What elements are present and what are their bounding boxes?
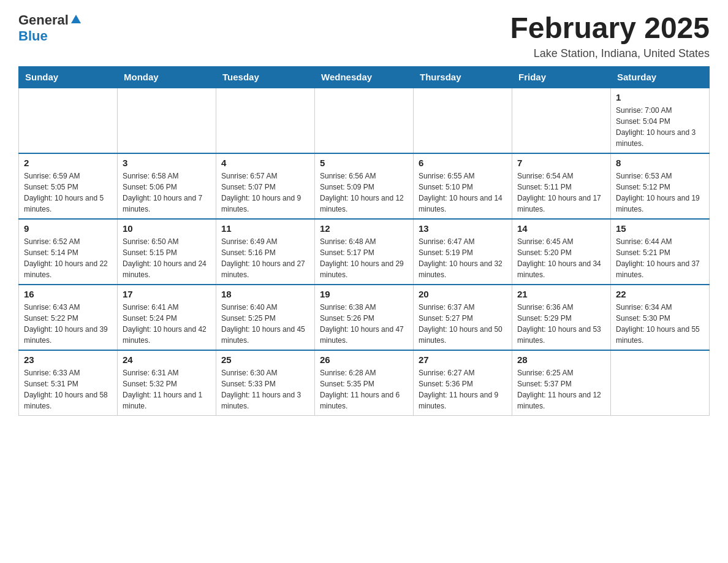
header-friday: Friday — [512, 66, 611, 88]
header-thursday: Thursday — [414, 66, 512, 88]
day-info: Sunrise: 6:50 AMSunset: 5:15 PMDaylight:… — [123, 236, 211, 280]
logo: General Blue — [18, 12, 82, 44]
calendar-day-cell: 9Sunrise: 6:52 AMSunset: 5:14 PMDaylight… — [19, 219, 118, 285]
day-number: 22 — [616, 289, 704, 299]
calendar-day-cell: 10Sunrise: 6:50 AMSunset: 5:15 PMDayligh… — [118, 219, 216, 285]
day-number: 5 — [320, 158, 408, 168]
day-info: Sunrise: 6:59 AMSunset: 5:05 PMDaylight:… — [24, 170, 112, 215]
calendar-day-cell: 4Sunrise: 6:57 AMSunset: 5:07 PMDaylight… — [216, 153, 315, 219]
calendar-day-cell: 27Sunrise: 6:27 AMSunset: 5:36 PMDayligh… — [414, 350, 512, 416]
calendar-week-row: 16Sunrise: 6:43 AMSunset: 5:22 PMDayligh… — [19, 285, 710, 350]
day-info: Sunrise: 6:54 AMSunset: 5:11 PMDaylight:… — [517, 170, 605, 215]
day-info: Sunrise: 6:28 AMSunset: 5:35 PMDaylight:… — [320, 367, 408, 412]
header-sunday: Sunday — [19, 66, 118, 88]
day-info: Sunrise: 6:44 AMSunset: 5:21 PMDaylight:… — [616, 236, 704, 280]
day-info: Sunrise: 6:31 AMSunset: 5:32 PMDaylight:… — [123, 367, 211, 412]
day-number: 24 — [123, 354, 211, 365]
logo-blue-text: Blue — [18, 28, 48, 44]
day-info: Sunrise: 6:25 AMSunset: 5:37 PMDaylight:… — [517, 367, 605, 412]
calendar-day-cell: 16Sunrise: 6:43 AMSunset: 5:22 PMDayligh… — [19, 285, 118, 350]
calendar-day-cell: 2Sunrise: 6:59 AMSunset: 5:05 PMDaylight… — [19, 153, 118, 219]
day-number: 27 — [419, 354, 507, 365]
day-number: 23 — [24, 354, 112, 365]
day-number: 7 — [517, 158, 605, 168]
day-info: Sunrise: 6:56 AMSunset: 5:09 PMDaylight:… — [320, 170, 408, 215]
day-number: 21 — [517, 289, 605, 299]
day-number: 17 — [123, 289, 211, 299]
calendar-day-cell — [512, 88, 611, 153]
day-info: Sunrise: 6:37 AMSunset: 5:27 PMDaylight:… — [419, 302, 507, 346]
calendar-day-cell: 28Sunrise: 6:25 AMSunset: 5:37 PMDayligh… — [512, 350, 611, 416]
calendar-week-row: 23Sunrise: 6:33 AMSunset: 5:31 PMDayligh… — [19, 350, 710, 416]
calendar-day-cell: 12Sunrise: 6:48 AMSunset: 5:17 PMDayligh… — [315, 219, 414, 285]
day-number: 12 — [320, 223, 408, 234]
calendar-day-cell — [118, 88, 216, 153]
day-info: Sunrise: 6:47 AMSunset: 5:19 PMDaylight:… — [419, 236, 507, 280]
calendar-day-cell: 6Sunrise: 6:55 AMSunset: 5:10 PMDaylight… — [414, 153, 512, 219]
day-number: 11 — [221, 223, 309, 234]
calendar-day-cell — [315, 88, 414, 153]
day-number: 20 — [419, 289, 507, 299]
day-number: 8 — [616, 158, 704, 168]
calendar-day-cell: 20Sunrise: 6:37 AMSunset: 5:27 PMDayligh… — [414, 285, 512, 350]
location-subtitle: Lake Station, Indiana, United States — [510, 47, 710, 60]
calendar-header-row: Sunday Monday Tuesday Wednesday Thursday… — [19, 66, 710, 88]
day-number: 15 — [616, 223, 704, 234]
calendar-day-cell: 17Sunrise: 6:41 AMSunset: 5:24 PMDayligh… — [118, 285, 216, 350]
calendar-day-cell: 3Sunrise: 6:58 AMSunset: 5:06 PMDaylight… — [118, 153, 216, 219]
calendar-day-cell: 18Sunrise: 6:40 AMSunset: 5:25 PMDayligh… — [216, 285, 315, 350]
calendar-day-cell: 14Sunrise: 6:45 AMSunset: 5:20 PMDayligh… — [512, 219, 611, 285]
day-number: 16 — [24, 289, 112, 299]
day-info: Sunrise: 6:45 AMSunset: 5:20 PMDaylight:… — [517, 236, 605, 280]
logo-triangle-icon — [70, 13, 82, 27]
day-number: 3 — [123, 158, 211, 168]
day-info: Sunrise: 6:27 AMSunset: 5:36 PMDaylight:… — [419, 367, 507, 412]
day-number: 13 — [419, 223, 507, 234]
day-number: 4 — [221, 158, 309, 168]
day-number: 2 — [24, 158, 112, 168]
title-block: February 2025 Lake Station, Indiana, Uni… — [510, 12, 710, 60]
calendar-table: Sunday Monday Tuesday Wednesday Thursday… — [18, 66, 710, 416]
day-info: Sunrise: 6:43 AMSunset: 5:22 PMDaylight:… — [24, 302, 112, 346]
day-number: 25 — [221, 354, 309, 365]
calendar-week-row: 9Sunrise: 6:52 AMSunset: 5:14 PMDaylight… — [19, 219, 710, 285]
header-wednesday: Wednesday — [315, 66, 414, 88]
logo-general-text: General — [18, 12, 69, 28]
calendar-day-cell — [216, 88, 315, 153]
day-info: Sunrise: 6:40 AMSunset: 5:25 PMDaylight:… — [221, 302, 309, 346]
calendar-week-row: 2Sunrise: 6:59 AMSunset: 5:05 PMDaylight… — [19, 153, 710, 219]
calendar-week-row: 1Sunrise: 7:00 AMSunset: 5:04 PMDaylight… — [19, 88, 710, 153]
calendar-day-cell: 19Sunrise: 6:38 AMSunset: 5:26 PMDayligh… — [315, 285, 414, 350]
calendar-day-cell: 7Sunrise: 6:54 AMSunset: 5:11 PMDaylight… — [512, 153, 611, 219]
header-saturday: Saturday — [611, 66, 710, 88]
day-info: Sunrise: 6:58 AMSunset: 5:06 PMDaylight:… — [123, 170, 211, 215]
day-info: Sunrise: 6:41 AMSunset: 5:24 PMDaylight:… — [123, 302, 211, 346]
day-info: Sunrise: 6:38 AMSunset: 5:26 PMDaylight:… — [320, 302, 408, 346]
calendar-day-cell: 5Sunrise: 6:56 AMSunset: 5:09 PMDaylight… — [315, 153, 414, 219]
header-monday: Monday — [118, 66, 216, 88]
day-number: 9 — [24, 223, 112, 234]
day-info: Sunrise: 6:33 AMSunset: 5:31 PMDaylight:… — [24, 367, 112, 412]
day-number: 26 — [320, 354, 408, 365]
day-info: Sunrise: 6:36 AMSunset: 5:29 PMDaylight:… — [517, 302, 605, 346]
day-info: Sunrise: 6:52 AMSunset: 5:14 PMDaylight:… — [24, 236, 112, 280]
svg-marker-0 — [71, 15, 81, 23]
day-info: Sunrise: 6:57 AMSunset: 5:07 PMDaylight:… — [221, 170, 309, 215]
day-number: 10 — [123, 223, 211, 234]
calendar-day-cell: 21Sunrise: 6:36 AMSunset: 5:29 PMDayligh… — [512, 285, 611, 350]
day-info: Sunrise: 7:00 AMSunset: 5:04 PMDaylight:… — [616, 105, 704, 149]
day-info: Sunrise: 6:48 AMSunset: 5:17 PMDaylight:… — [320, 236, 408, 280]
calendar-day-cell: 11Sunrise: 6:49 AMSunset: 5:16 PMDayligh… — [216, 219, 315, 285]
day-info: Sunrise: 6:34 AMSunset: 5:30 PMDaylight:… — [616, 302, 704, 346]
page-header: General Blue February 2025 Lake Station,… — [18, 12, 710, 60]
day-number: 1 — [616, 92, 704, 102]
calendar-day-cell: 24Sunrise: 6:31 AMSunset: 5:32 PMDayligh… — [118, 350, 216, 416]
month-title: February 2025 — [510, 12, 710, 45]
calendar-day-cell: 1Sunrise: 7:00 AMSunset: 5:04 PMDaylight… — [611, 88, 710, 153]
day-info: Sunrise: 6:49 AMSunset: 5:16 PMDaylight:… — [221, 236, 309, 280]
calendar-day-cell: 15Sunrise: 6:44 AMSunset: 5:21 PMDayligh… — [611, 219, 710, 285]
calendar-day-cell — [19, 88, 118, 153]
day-number: 19 — [320, 289, 408, 299]
day-number: 18 — [221, 289, 309, 299]
day-info: Sunrise: 6:55 AMSunset: 5:10 PMDaylight:… — [419, 170, 507, 215]
